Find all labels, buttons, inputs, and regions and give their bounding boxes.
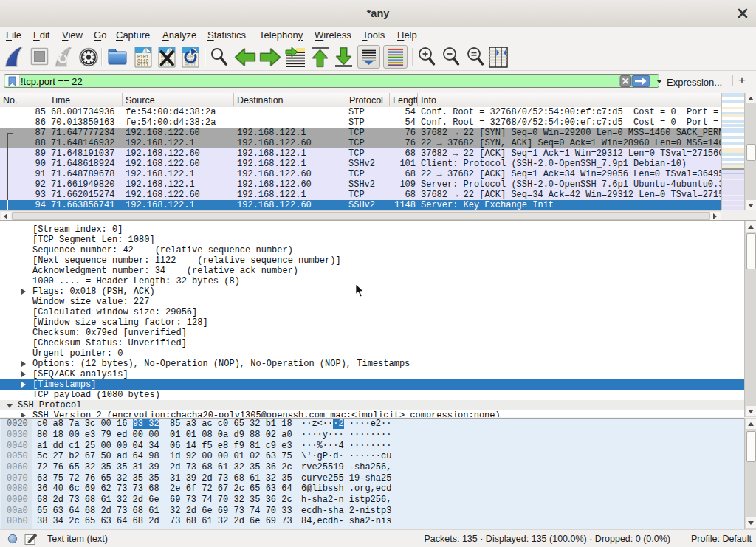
- svg-text:0111: 0111: [185, 63, 196, 68]
- svg-text:0111: 0111: [137, 63, 149, 68]
